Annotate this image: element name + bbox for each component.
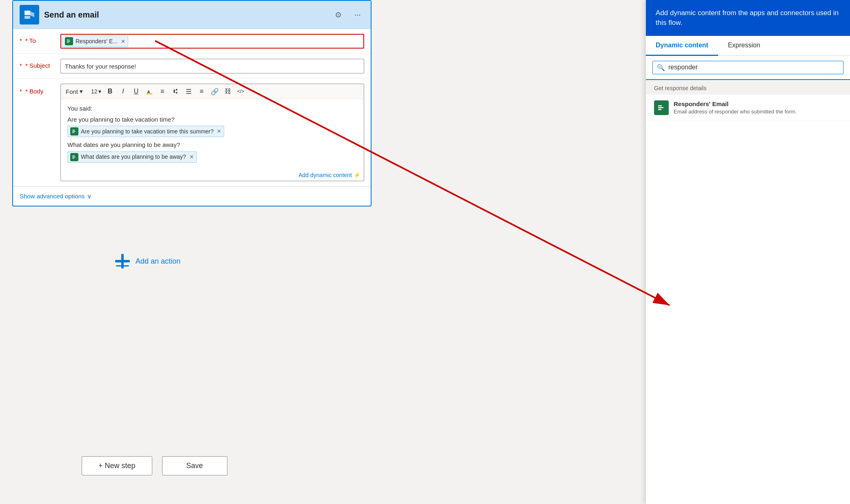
canvas: Send an email ⊙ ··· * * To (0, 0, 850, 504)
body-label: * * Body (20, 84, 60, 95)
body-token2-close[interactable]: ✕ (189, 153, 194, 161)
align-left-icon: ☰ (186, 88, 191, 95)
subject-input[interactable] (60, 59, 364, 73)
forms-icon-body2 (70, 153, 78, 161)
help-button[interactable]: ⊙ (332, 8, 345, 21)
svg-rect-14 (72, 157, 76, 158)
svg-rect-5 (67, 41, 70, 42)
svg-rect-15 (72, 158, 74, 159)
card-body: * * To Responders' E... (13, 29, 371, 206)
svg-rect-21 (658, 107, 663, 108)
tab-expression[interactable]: Expression (718, 36, 770, 56)
html-button[interactable]: </> (235, 86, 247, 97)
svg-rect-11 (72, 132, 74, 133)
italic-button[interactable]: I (118, 86, 129, 97)
panel-header-text: Add dynamic content from the apps and co… (656, 9, 839, 27)
to-token-text: Responders' E... (76, 38, 118, 44)
unlink-icon: ⛓ (225, 88, 231, 95)
body-token2[interactable]: What dates are you planning to be away? … (67, 151, 197, 163)
body-token1-close[interactable]: ✕ (217, 127, 221, 135)
align-right-icon: ≡ (200, 88, 203, 95)
search-input[interactable] (668, 64, 839, 71)
body-token2-text: What dates are you planning to be away? (81, 153, 186, 161)
body-toolbar: Font ▾ 12 ▾ B I U (61, 84, 364, 99)
svg-rect-1 (24, 11, 30, 15)
body-line2: Are you planning to take vacation time? (67, 115, 357, 124)
help-icon: ⊙ (335, 10, 341, 19)
dynamic-content-link[interactable]: Add dynamic content ⚡ (61, 169, 364, 181)
svg-rect-22 (658, 109, 661, 110)
svg-rect-4 (67, 40, 69, 40)
body-line1: You said: (67, 104, 357, 113)
new-step-button[interactable]: + New step (82, 456, 152, 475)
advanced-options: Show advanced options ∨ (13, 187, 371, 206)
to-label: * * To (20, 34, 60, 44)
bullet-list-icon: ≡ (160, 88, 164, 95)
more-icon: ··· (354, 11, 360, 19)
underline-button[interactable]: U (131, 86, 142, 97)
panel-tabs: Dynamic content Expression (646, 36, 850, 56)
panel-header: Add dynamic content from the apps and co… (646, 0, 850, 36)
add-action-container[interactable]: Add an action (114, 253, 180, 269)
to-input-area[interactable]: Responders' E... ✕ (60, 34, 364, 49)
link-icon: 🔗 (211, 88, 219, 95)
font-size-selector[interactable]: 12 ▾ (89, 87, 103, 95)
panel-search: 🔍 (646, 56, 850, 80)
to-field-row: * * To Responders' E... (13, 29, 371, 54)
show-advanced-link[interactable]: Show advanced options ∨ (20, 193, 364, 200)
highlight-icon (146, 88, 153, 95)
result-text: Responders' Email Email address of respo… (674, 100, 797, 115)
forms-icon-small (65, 37, 73, 45)
bottom-buttons: + New step Save (82, 456, 227, 475)
subject-field-row: * * Subject (13, 54, 371, 79)
bullet-list-button[interactable]: ≡ (157, 86, 168, 97)
numbered-list-button[interactable]: ⑆ (170, 86, 181, 97)
svg-rect-2 (24, 16, 30, 19)
tab-dynamic-content[interactable]: Dynamic content (646, 36, 718, 56)
svg-rect-7 (147, 93, 152, 94)
result-item-responders-email[interactable]: Responders' Email Email address of respo… (646, 95, 850, 121)
outlook-icon (20, 5, 39, 24)
highlight-button[interactable] (144, 86, 155, 97)
result-title: Responders' Email (674, 100, 797, 107)
add-action-text: Add an action (136, 257, 180, 266)
forms-icon-body1 (70, 127, 78, 135)
to-token[interactable]: Responders' E... ✕ (62, 36, 128, 47)
size-dropdown-icon: ▾ (98, 88, 101, 95)
body-field-row: * * Body Font ▾ 12 ▾ B (13, 79, 371, 187)
result-desc: Email address of responder who submitted… (674, 109, 797, 115)
card-header: Send an email ⊙ ··· (13, 1, 371, 29)
search-box: 🔍 (652, 61, 843, 74)
search-icon: 🔍 (657, 64, 665, 71)
body-token1-row: Are you planning to take vacation time t… (67, 126, 357, 137)
to-token-close[interactable]: ✕ (121, 38, 125, 44)
align-left-button[interactable]: ☰ (183, 86, 194, 97)
chevron-down-icon: ∨ (87, 193, 91, 200)
svg-rect-9 (72, 130, 75, 131)
svg-rect-6 (67, 42, 69, 43)
body-editor: Font ▾ 12 ▾ B I U (60, 84, 364, 181)
email-card: Send an email ⊙ ··· * * To (12, 0, 372, 206)
align-right-button[interactable]: ≡ (196, 86, 207, 97)
dynamic-panel: Add dynamic content from the apps and co… (646, 0, 850, 504)
header-actions: ⊙ ··· (332, 8, 364, 21)
more-button[interactable]: ··· (351, 8, 364, 21)
result-forms-icon (654, 100, 669, 115)
panel-section-label: Get response details (646, 80, 850, 95)
bold-button[interactable]: B (105, 86, 116, 97)
link-button[interactable]: 🔗 (209, 86, 220, 97)
body-token1[interactable]: Are you planning to take vacation time t… (67, 126, 224, 137)
subject-label: * * Subject (20, 59, 60, 69)
body-content[interactable]: You said: Are you planning to take vacat… (61, 99, 364, 169)
html-icon: </> (237, 89, 244, 94)
svg-rect-20 (658, 105, 662, 107)
svg-rect-10 (72, 131, 76, 132)
save-button[interactable]: Save (162, 456, 227, 475)
body-token1-text: Are you planning to take vacation time t… (81, 127, 214, 136)
body-line3: What dates are you planning to be away? (67, 140, 357, 150)
body-token2-row: What dates are you planning to be away? … (67, 151, 357, 163)
font-selector[interactable]: Font ▾ (64, 87, 85, 96)
svg-rect-18 (116, 265, 129, 266)
numbered-list-icon: ⑆ (174, 88, 178, 95)
unlink-button[interactable]: ⛓ (222, 86, 234, 97)
